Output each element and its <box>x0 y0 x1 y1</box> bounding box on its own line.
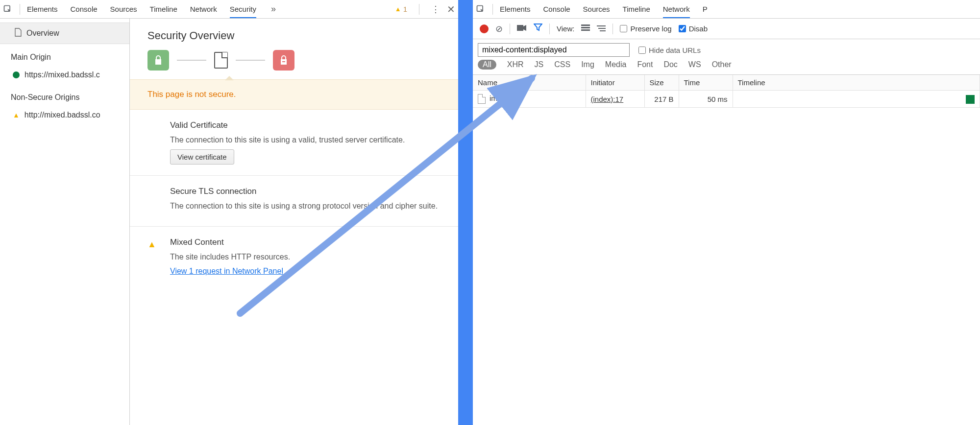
devtools-network-pane: Elements Console Sources Timeline Networ… <box>473 0 980 425</box>
col-name[interactable]: Name <box>473 75 586 91</box>
devtools-toolbar-right: Elements Console Sources Timeline Networ… <box>473 0 980 19</box>
view-label: View: <box>557 24 574 33</box>
view-large-icon[interactable] <box>581 24 590 34</box>
sidebar-item-overview[interactable]: Overview <box>0 23 129 44</box>
table-row[interactable]: image.jpg (index):17 217 B 50 ms <box>473 91 980 108</box>
tab-network[interactable]: Network <box>663 0 690 19</box>
toolbar-separator <box>20 4 20 15</box>
tab-security[interactable]: Security <box>230 0 256 19</box>
clear-icon[interactable]: ⊘ <box>495 24 503 34</box>
security-overview-title: Security Overview <box>130 19 458 45</box>
block-heading: Valid Certificate <box>170 120 405 130</box>
security-banner-text: This page is not secure. <box>147 90 236 99</box>
timeline-bar-icon <box>966 95 975 104</box>
preserve-log-checkbox[interactable]: Preserve log <box>620 24 671 33</box>
tab-sources[interactable]: Sources <box>583 0 610 19</box>
filter-other[interactable]: Other <box>712 60 732 69</box>
hide-data-urls-checkbox[interactable]: Hide data URLs <box>638 46 701 54</box>
secure-dot-icon <box>13 71 20 78</box>
warning-icon: ▲ <box>395 5 401 13</box>
kebab-menu-icon[interactable]: ⋮ <box>431 4 440 15</box>
security-banner: This page is not secure. <box>130 79 458 110</box>
disable-cache-checkbox[interactable]: Disab <box>679 24 708 33</box>
network-filter-row: Hide data URLs <box>473 39 980 59</box>
pane-divider <box>458 0 473 425</box>
sidebar-nonsecure-url: http://mixed.badssl.co <box>24 111 100 119</box>
hide-data-urls-label: Hide data URLs <box>649 46 701 54</box>
inspect-icon[interactable] <box>3 4 13 14</box>
warning-badge[interactable]: ▲ 1 <box>395 5 407 13</box>
svg-rect-9 <box>600 30 606 31</box>
toolbar-separator <box>492 4 493 15</box>
sidebar-overview-label: Overview <box>26 29 59 38</box>
devtools-security-pane: Elements Console Sources Timeline Networ… <box>0 0 458 425</box>
tab-elements[interactable]: Elements <box>27 0 58 19</box>
toolbar-separator <box>510 24 510 34</box>
view-requests-link[interactable]: View 1 request in Network Panel <box>170 267 283 275</box>
close-icon[interactable]: ✕ <box>447 3 455 15</box>
security-block-tls: Secure TLS connection The connection to … <box>130 176 458 227</box>
file-icon <box>478 94 486 104</box>
chain-line <box>177 60 206 61</box>
view-certificate-button[interactable]: View certificate <box>170 149 234 165</box>
tab-cut[interactable]: P <box>703 0 708 19</box>
network-table: Name Initiator Size Time Timeline image.… <box>473 75 980 108</box>
devtools-toolbar-left: Elements Console Sources Timeline Networ… <box>0 0 458 19</box>
network-type-filters: All XHR JS CSS Img Media Font Doc WS Oth… <box>473 59 980 75</box>
sidebar-main-origin-url: https://mixed.badssl.c <box>24 71 100 79</box>
filter-js[interactable]: JS <box>535 60 544 69</box>
filter-img[interactable]: Img <box>581 60 594 69</box>
tab-timeline[interactable]: Timeline <box>623 0 650 19</box>
svg-rect-3 <box>517 25 523 31</box>
filter-css[interactable]: CSS <box>554 60 570 69</box>
security-sidebar: Overview Main Origin https://mixed.badss… <box>0 19 130 425</box>
col-initiator[interactable]: Initiator <box>586 75 644 91</box>
tab-timeline[interactable]: Timeline <box>150 0 177 19</box>
cell-name: image.jpg <box>473 91 586 108</box>
inspect-icon[interactable] <box>476 4 486 14</box>
filter-media[interactable]: Media <box>605 60 627 69</box>
sidebar-nonsecure-item[interactable]: ▲ http://mixed.badssl.co <box>0 106 129 124</box>
devtools-tabs: Elements Console Sources Timeline Networ… <box>500 0 977 19</box>
col-time[interactable]: Time <box>679 75 733 91</box>
block-body: The connection to this site is using a s… <box>170 200 438 212</box>
tab-elements[interactable]: Elements <box>500 0 531 19</box>
toolbar-separator <box>612 24 613 34</box>
svg-rect-4 <box>581 24 590 26</box>
tab-console[interactable]: Console <box>71 0 98 19</box>
toolbar-separator <box>549 24 550 34</box>
tabs-overflow[interactable]: » <box>269 4 278 14</box>
block-heading: Mixed Content <box>170 237 290 247</box>
warning-icon: ▲ <box>13 111 20 119</box>
view-small-icon[interactable] <box>597 24 606 34</box>
network-controls-row: ⊘ View: Preserve log Disab <box>473 19 980 39</box>
security-block-mixed: ▲ Mixed Content The site includes HTTP r… <box>130 227 458 286</box>
cell-timeline <box>733 91 980 108</box>
tab-console[interactable]: Console <box>543 0 570 19</box>
cell-time: 50 ms <box>679 91 733 108</box>
network-filter-input[interactable] <box>478 43 630 57</box>
chain-line <box>236 60 265 61</box>
camera-icon[interactable] <box>517 24 527 34</box>
cell-initiator[interactable]: (index):17 <box>586 91 644 108</box>
file-icon <box>15 28 22 39</box>
filter-doc[interactable]: Doc <box>663 60 677 69</box>
filter-ws[interactable]: WS <box>688 60 701 69</box>
tab-network[interactable]: Network <box>190 0 217 19</box>
col-size[interactable]: Size <box>644 75 679 91</box>
filter-icon[interactable] <box>534 24 542 34</box>
warning-icon: ▲ <box>147 239 156 249</box>
tab-sources[interactable]: Sources <box>110 0 137 19</box>
col-timeline[interactable]: Timeline <box>733 75 980 91</box>
sidebar-main-origin-item[interactable]: https://mixed.badssl.c <box>0 66 129 84</box>
sidebar-main-origin-header: Main Origin <box>0 44 129 66</box>
svg-rect-5 <box>581 27 590 28</box>
filter-xhr[interactable]: XHR <box>507 60 524 69</box>
filter-all[interactable]: All <box>478 60 496 70</box>
record-icon[interactable] <box>480 24 489 33</box>
security-body: Overview Main Origin https://mixed.badss… <box>0 19 458 425</box>
table-header-row: Name Initiator Size Time Timeline <box>473 75 980 91</box>
svg-rect-1 <box>282 61 285 62</box>
sidebar-nonsecure-header: Non-Secure Origins <box>0 84 129 106</box>
filter-font[interactable]: Font <box>637 60 653 69</box>
